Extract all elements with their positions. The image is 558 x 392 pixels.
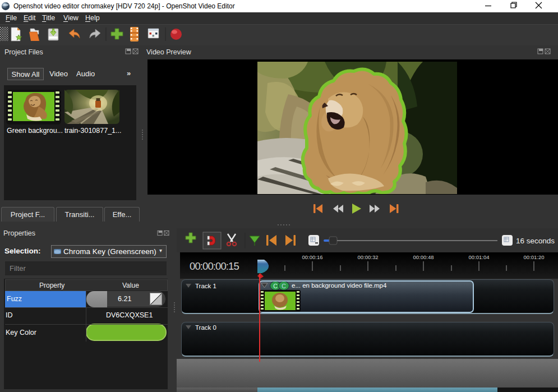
- svg-text:00:00:32: 00:00:32: [358, 254, 379, 260]
- svg-text:C: C: [282, 283, 286, 289]
- svg-text:00:00:48: 00:00:48: [413, 254, 434, 260]
- svg-text:00:01:20: 00:01:20: [524, 254, 545, 260]
- svg-text:C: C: [273, 283, 278, 289]
- svg-text:Track 0: Track 0: [195, 324, 216, 331]
- svg-text:00:00:16: 00:00:16: [302, 254, 323, 260]
- svg-text:16 seconds: 16 seconds: [516, 237, 555, 245]
- svg-text:e... en background video file: e... en background video file.mp4: [292, 282, 387, 289]
- svg-text:Track 1: Track 1: [195, 283, 216, 289]
- svg-text:00:01:04: 00:01:04: [469, 254, 490, 260]
